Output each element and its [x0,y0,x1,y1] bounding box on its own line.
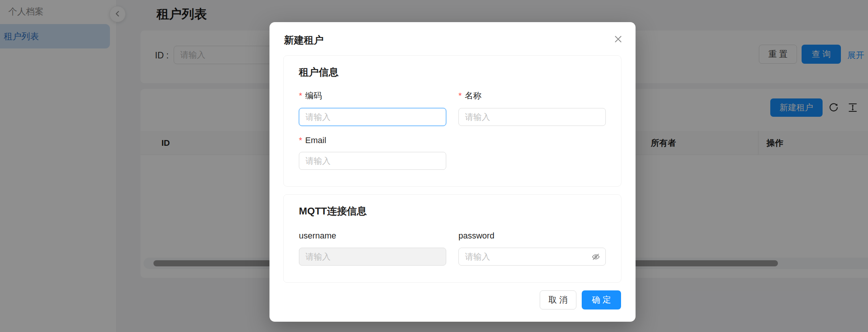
tenant-info-section: 租户信息 *编码 *名称 *Email [283,55,621,187]
required-mark: * [458,91,462,100]
close-icon[interactable] [610,31,626,47]
username-input[interactable] [299,248,446,266]
required-mark: * [299,135,302,145]
email-label: *Email [299,135,326,145]
password-input[interactable] [458,248,606,266]
username-label: username [299,231,336,241]
eye-invisible-icon[interactable] [590,251,602,263]
tenant-section-heading: 租户信息 [299,66,339,79]
name-label: *名称 [458,90,482,102]
cancel-button[interactable]: 取 消 [540,290,576,309]
password-field [458,248,606,266]
mqtt-info-section: MQTT连接信息 username password [283,194,621,283]
ok-button[interactable]: 确 定 [582,290,621,309]
code-label: *编码 [299,90,322,102]
name-input[interactable] [458,108,606,126]
code-input[interactable] [299,108,446,126]
email-input[interactable] [299,152,446,170]
create-tenant-modal: 新建租户 租户信息 *编码 *名称 *Email MQTT连接信息 userna… [269,22,636,322]
password-label: password [458,231,494,241]
modal-title: 新建租户 [284,34,324,47]
mqtt-section-heading: MQTT连接信息 [299,205,367,218]
required-mark: * [299,91,302,100]
